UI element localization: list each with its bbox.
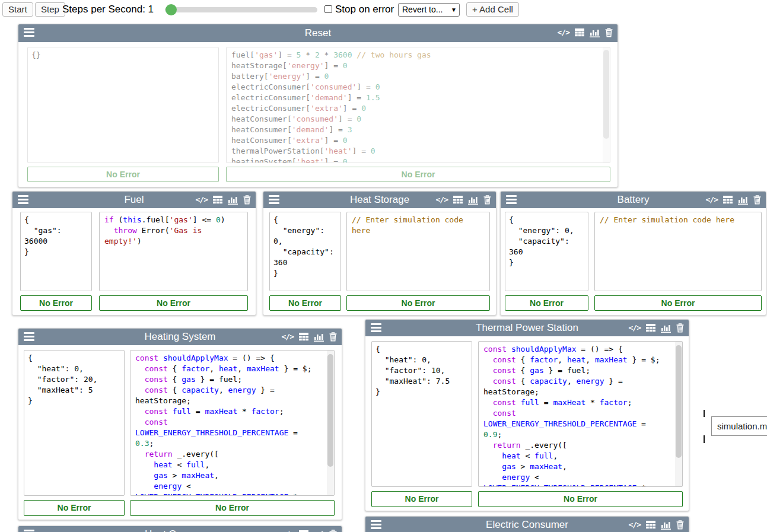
cell-body: { "heat": 0, "factor": 10, "maxHeat": 7.…: [365, 320, 689, 511]
trash-icon[interactable]: [329, 530, 337, 532]
chart-icon[interactable]: [314, 530, 324, 532]
state-error-status: No Error: [371, 491, 472, 507]
code-error-status: No Error: [226, 167, 610, 182]
cell-heat-consumer: Heat Consumer </>: [18, 525, 342, 532]
filename-tooltip: simulation.m: [711, 416, 767, 436]
code-icon[interactable]: </>: [629, 517, 641, 532]
revert-to-select[interactable]: Revert to... ▼: [398, 3, 460, 17]
code-editor[interactable]: // Enter simulation code here: [594, 212, 762, 291]
scrollbar-thumb[interactable]: [676, 345, 682, 458]
speed-slider-track[interactable]: [165, 7, 317, 12]
chevron-down-icon: ▼: [451, 4, 457, 16]
state-error-status: No Error: [269, 295, 341, 311]
cell-body: { "energy": 0, "capacity": 360 } // Ente…: [263, 192, 496, 315]
add-cell-button[interactable]: + Add Cell: [466, 2, 519, 17]
header-actions: </>: [282, 526, 337, 532]
scrollbar[interactable]: [675, 342, 682, 486]
start-button[interactable]: Start: [2, 2, 33, 17]
state-error-status: No Error: [20, 295, 92, 311]
scrollbar-thumb[interactable]: [327, 354, 333, 467]
cell-heat-consumer-header[interactable]: Heat Consumer </>: [18, 526, 342, 532]
cell-battery: Battery </> { "energy": 0, "capacity": 3…: [500, 191, 766, 316]
cell-body: { "gas": 36000 } if (this.fuel['gas'] <=…: [12, 192, 256, 315]
scrollbar[interactable]: [327, 351, 334, 495]
simulation-editor-page: Start Step Steps per Second: 1 Stop on e…: [0, 0, 767, 532]
cell-body: { "energy": 0, "capacity": 360 } // Ente…: [501, 192, 766, 315]
code-editor[interactable]: const shouldApplyMax = () => { const { f…: [478, 341, 683, 487]
stop-on-error-label: Stop on error: [335, 0, 394, 19]
cell-heating-system: Heating System </> { "heat": 0, "factor"…: [18, 328, 342, 520]
step-button[interactable]: Step: [35, 2, 65, 17]
code-icon[interactable]: </>: [282, 526, 294, 532]
code-error-status: No Error: [346, 295, 490, 311]
speed-slider-thumb[interactable]: [166, 4, 177, 15]
chart-icon[interactable]: [661, 521, 671, 530]
trash-icon[interactable]: [676, 520, 684, 530]
code-editor[interactable]: fuel['gas'] = 5 * 2 * 3600 // two hours …: [226, 47, 610, 163]
cell-body: { "heat": 0, "factor": 20, "maxHeat": 5 …: [18, 329, 342, 520]
text-cursor-ibeam: [704, 410, 705, 417]
state-error-status: No Error: [505, 295, 588, 311]
table-icon[interactable]: [646, 521, 655, 529]
cell-heat-storage: Heat Storage </> { "energy": 0, "capacit…: [263, 191, 497, 316]
state-editor[interactable]: {}: [27, 47, 219, 163]
steps-per-second-label: Steps per Second: 1: [62, 0, 154, 19]
state-error-status: No Error: [27, 167, 219, 182]
state-editor[interactable]: { "gas": 36000 }: [20, 212, 92, 291]
scrollbar-thumb[interactable]: [603, 50, 609, 139]
scrollbar[interactable]: [603, 47, 610, 163]
state-editor[interactable]: { "heat": 0, "factor": 20, "maxHeat": 5 …: [24, 350, 125, 496]
state-error-status: No Error: [24, 500, 125, 516]
stop-on-error-checkbox[interactable]: [324, 5, 332, 13]
cell-electric-consumer-header[interactable]: Electric Consumer </>: [365, 517, 689, 532]
text-cursor-ibeam: [704, 435, 705, 443]
cell-thermal-power-station: Thermal Power Station </> { "heat": 0, "…: [365, 319, 689, 511]
code-editor[interactable]: // Enter simulation code here: [346, 212, 490, 291]
cell-reset: Reset </> {} fuel['gas'] = 5 * 2 * 3600 …: [18, 24, 618, 187]
state-editor[interactable]: { "energy": 0, "capacity": 360 }: [505, 212, 588, 291]
cell-body: {} fuel['gas'] = 5 * 2 * 3600 // two hou…: [18, 24, 618, 187]
cell-electric-consumer: Electric Consumer </>: [365, 516, 689, 532]
code-editor[interactable]: if (this.fuel['gas'] <= 0) throw Error('…: [99, 212, 248, 291]
menu-icon[interactable]: [371, 520, 381, 530]
code-editor[interactable]: const shouldApplyMax = () => { const { f…: [130, 350, 335, 496]
code-error-status: No Error: [594, 295, 762, 311]
revert-to-selected-value: Revert to...: [402, 5, 443, 14]
menu-icon[interactable]: [24, 530, 34, 532]
header-actions: </>: [629, 517, 684, 532]
cell-fuel: Fuel </> { "gas": 36000 } if (this.fuel[…: [12, 191, 256, 316]
code-error-status: No Error: [130, 500, 335, 516]
code-error-status: No Error: [478, 491, 683, 507]
code-error-status: No Error: [99, 295, 248, 311]
toolbar: Start Step Steps per Second: 1 Stop on e…: [0, 0, 767, 20]
state-editor[interactable]: { "heat": 0, "factor": 10, "maxHeat": 7.…: [371, 341, 472, 487]
state-editor[interactable]: { "energy": 0, "capacity": 360 }: [269, 212, 341, 291]
